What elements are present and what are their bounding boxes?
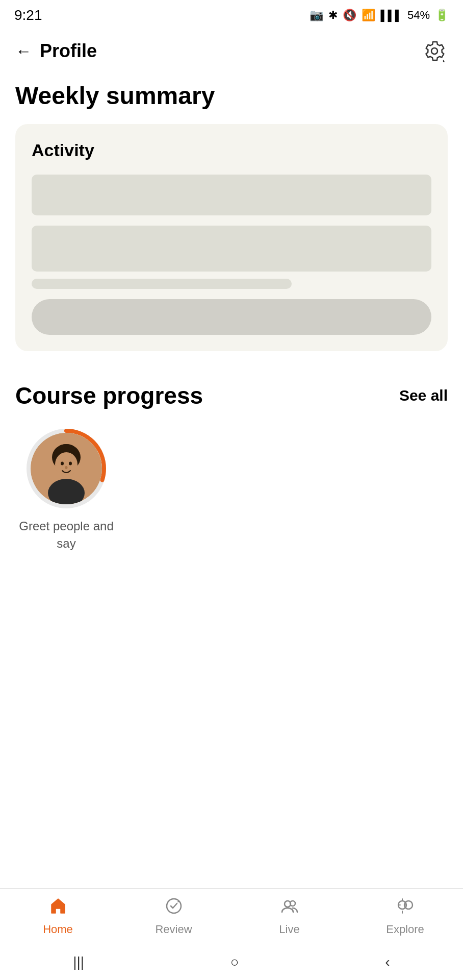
settings-button[interactable] xyxy=(421,38,448,64)
see-all-button[interactable]: See all xyxy=(399,387,448,404)
course-avatar-image xyxy=(31,433,102,504)
nav-item-review[interactable]: Review xyxy=(143,897,204,936)
nav-item-review-label: Review xyxy=(155,923,192,936)
top-nav: ← Profile xyxy=(0,31,463,71)
settings-icon xyxy=(423,40,446,62)
course-avatar-container xyxy=(25,428,107,509)
skeleton-loader-3 xyxy=(32,279,292,289)
system-nav: ||| ○ ‹ xyxy=(0,944,463,980)
skeleton-loader-2 xyxy=(32,226,431,272)
activity-card: Activity xyxy=(15,124,448,351)
camera-icon: 📷 xyxy=(310,9,323,22)
home-icon xyxy=(49,897,67,920)
page-title: Profile xyxy=(40,40,97,62)
svg-point-8 xyxy=(61,462,64,465)
svg-point-9 xyxy=(69,462,72,465)
skeleton-loader-4 xyxy=(32,299,431,335)
nav-left: ← Profile xyxy=(15,40,97,62)
nav-item-home-label: Home xyxy=(43,923,73,936)
battery-status: 54% xyxy=(407,9,430,22)
bluetooth-icon: ✱ xyxy=(328,9,338,22)
nav-item-live[interactable]: Live xyxy=(259,897,320,936)
nav-item-explore[interactable]: Explore xyxy=(375,897,436,936)
back-button[interactable]: ← xyxy=(15,42,32,61)
nav-item-explore-label: Explore xyxy=(386,923,424,936)
svg-point-10 xyxy=(65,466,68,469)
bottom-nav: Home Review Live xyxy=(0,888,463,944)
main-content: Weekly summary Activity Course progress … xyxy=(0,71,463,572)
course-progress-title: Course progress xyxy=(15,382,203,409)
recent-apps-button[interactable]: ||| xyxy=(73,954,84,970)
explore-icon xyxy=(396,897,415,920)
activity-title: Activity xyxy=(32,140,431,160)
nav-item-live-label: Live xyxy=(279,923,299,936)
course-items: Greet people and say xyxy=(15,428,448,562)
live-icon xyxy=(280,897,299,920)
back-button-sys[interactable]: ‹ xyxy=(385,954,390,970)
home-button[interactable]: ○ xyxy=(230,954,239,970)
status-bar: 9:21 📷 ✱ 🔇 📶 ▌▌▌ 54% 🔋 xyxy=(0,0,463,31)
status-icons: 📷 ✱ 🔇 📶 ▌▌▌ 54% 🔋 xyxy=(310,9,449,22)
signal-icon: ▌▌▌ xyxy=(380,10,402,21)
course-progress-header: Course progress See all xyxy=(15,382,448,409)
weekly-summary-title: Weekly summary xyxy=(15,82,448,110)
course-item-label: Greet people and say xyxy=(15,518,117,552)
skeleton-loader-1 xyxy=(32,175,431,215)
review-icon xyxy=(165,897,183,920)
course-item[interactable]: Greet people and say xyxy=(15,428,117,552)
person-avatar-svg xyxy=(31,433,102,504)
battery-icon: 🔋 xyxy=(435,9,449,22)
nav-item-home[interactable]: Home xyxy=(28,897,89,936)
mute-icon: 🔇 xyxy=(343,9,356,22)
wifi-icon: 📶 xyxy=(362,9,375,22)
status-time: 9:21 xyxy=(14,7,42,23)
